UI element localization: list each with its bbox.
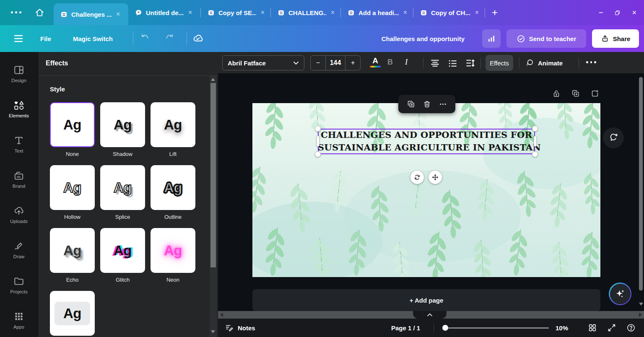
duplicate-icon[interactable] <box>407 100 415 109</box>
text-align-icon[interactable] <box>430 58 440 68</box>
sidebar-item-projects[interactable]: Projects <box>0 267 38 303</box>
effect-style-background[interactable]: Ag <box>50 291 95 337</box>
close-icon[interactable]: × <box>260 9 265 16</box>
effect-style-splice[interactable]: Ag Splice <box>100 165 145 220</box>
svg-text:co.: co. <box>17 175 21 178</box>
scroll-up-icon[interactable] <box>211 78 215 81</box>
font-size-decrease-button[interactable]: − <box>311 56 326 70</box>
tab-challenges[interactable]: Challenges ... × <box>54 3 128 25</box>
minimize-icon[interactable]: − <box>599 9 603 16</box>
add-comment-button[interactable] <box>603 127 624 148</box>
tab-overflow-icon[interactable] <box>11 11 21 13</box>
timeline-pull-tab[interactable] <box>413 311 447 319</box>
magic-switch-menu[interactable]: Magic Switch <box>73 35 113 42</box>
panel-scrollbar-thumb[interactable] <box>210 83 216 267</box>
page-indicator[interactable]: Page 1 / 1 <box>391 319 420 337</box>
rotate-handle[interactable] <box>410 171 424 184</box>
canva-assistant-button[interactable] <box>609 283 631 305</box>
resize-handle-bottom-right[interactable] <box>532 151 538 157</box>
resize-handle-left[interactable] <box>317 136 319 147</box>
effects-button[interactable]: Effects <box>486 55 513 71</box>
tab-challeng[interactable]: CHALLENG... × <box>271 0 340 25</box>
restore-icon[interactable] <box>614 9 621 16</box>
delete-icon[interactable] <box>423 100 431 109</box>
animate-button[interactable]: Animate <box>525 55 563 71</box>
effect-style-outline[interactable]: Ag Outline <box>151 165 195 220</box>
scroll-down-icon[interactable] <box>639 303 643 306</box>
resize-handle-right[interactable] <box>534 136 537 147</box>
sidebar-item-elements[interactable]: Elements <box>0 91 38 127</box>
effect-style-lift[interactable]: Ag Lift <box>151 102 195 157</box>
font-size-increase-button[interactable]: + <box>345 56 360 70</box>
horizontal-scrollbar[interactable] <box>218 311 644 319</box>
sidebar-item-text[interactable]: Text <box>0 127 38 162</box>
scroll-left-icon[interactable] <box>220 313 223 317</box>
effect-style-echo[interactable]: Ag Echo <box>50 228 95 283</box>
italic-button[interactable]: I <box>405 57 408 67</box>
effect-style-hollow[interactable]: Ag Hollow <box>50 165 95 220</box>
tab-label: Challenges ... <box>71 11 112 18</box>
undo-icon[interactable] <box>140 33 151 44</box>
tab-label: CHALLENG... <box>288 9 326 16</box>
cloud-save-status-icon[interactable] <box>192 33 204 44</box>
more-options-icon[interactable] <box>439 100 447 109</box>
bold-button[interactable]: B <box>387 58 393 67</box>
line-spacing-icon[interactable] <box>465 58 475 68</box>
fullscreen-icon[interactable] <box>607 323 616 332</box>
text-color-button[interactable]: A <box>370 57 381 67</box>
close-icon[interactable]: × <box>115 10 121 18</box>
sidebar-item-brand[interactable]: co. Brand <box>0 162 38 197</box>
bulleted-list-icon[interactable] <box>447 58 458 68</box>
sidebar-item-draw[interactable]: Draw <box>0 232 38 267</box>
document-title[interactable]: Challenges and opportunity <box>382 35 465 42</box>
close-icon[interactable]: × <box>330 9 335 16</box>
effect-style-none[interactable]: Ag None <box>50 102 95 157</box>
presentation-icon <box>278 9 285 16</box>
grid-view-icon[interactable] <box>588 323 597 332</box>
sidebar-item-design[interactable]: Design <box>0 56 38 91</box>
add-page-button[interactable]: + Add page <box>252 289 600 311</box>
sidebar-item-apps[interactable]: Apps <box>0 303 38 337</box>
scroll-right-icon[interactable] <box>639 313 642 317</box>
tab-copy-of-ch[interactable]: Copy of CH... × <box>413 0 485 25</box>
home-icon[interactable] <box>34 7 45 18</box>
resize-handle-top-left[interactable] <box>315 126 321 132</box>
toolbar-divider <box>519 57 519 68</box>
tab-add-a-heading[interactable]: Add a headi... × <box>341 0 413 25</box>
effect-style-glitch[interactable]: Ag Glitch <box>100 228 145 283</box>
share-button[interactable]: Share <box>592 29 639 48</box>
effect-style-shadow[interactable]: Ag Shadow <box>100 102 145 157</box>
hamburger-menu-icon[interactable] <box>13 34 23 43</box>
close-window-icon[interactable]: × <box>632 9 636 16</box>
redo-icon[interactable] <box>164 33 174 44</box>
notes-button[interactable]: Notes <box>225 319 255 337</box>
help-icon[interactable] <box>626 323 636 332</box>
duplicate-page-icon[interactable] <box>571 89 580 98</box>
move-handle[interactable] <box>428 171 442 184</box>
send-to-teacher-button[interactable]: Send to teacher <box>506 29 586 48</box>
font-family-selector[interactable]: Abril Fatface <box>222 55 304 70</box>
sidebar-item-uploads[interactable]: Uploads <box>0 197 38 232</box>
effect-style-neon[interactable]: Ag Neon <box>151 228 195 283</box>
zoom-level[interactable]: 10% <box>556 319 568 337</box>
new-tab-button[interactable]: + <box>485 7 504 18</box>
vertical-scrollbar-thumb[interactable] <box>639 77 643 290</box>
zoom-slider-track[interactable] <box>445 327 549 329</box>
close-icon[interactable]: × <box>474 9 480 16</box>
tab-untitled-design[interactable]: Untitled de... × <box>128 0 200 25</box>
tab-copy-of-se[interactable]: Copy of SE... × <box>201 0 270 25</box>
file-menu[interactable]: File <box>40 35 51 42</box>
insights-button[interactable] <box>482 29 501 48</box>
text-selection-box[interactable] <box>318 129 535 154</box>
font-size-value[interactable]: 144 <box>326 56 345 70</box>
resize-handle-top-right[interactable] <box>532 126 538 132</box>
close-icon[interactable]: × <box>402 9 408 16</box>
add-page-icon[interactable] <box>590 89 600 98</box>
more-options-icon[interactable] <box>586 61 596 63</box>
scroll-down-icon[interactable] <box>211 330 215 333</box>
resize-handle-bottom-left[interactable] <box>315 151 321 157</box>
toolbar-divider <box>579 57 579 68</box>
zoom-slider-handle[interactable] <box>442 325 448 331</box>
lock-icon[interactable] <box>552 89 561 98</box>
close-icon[interactable]: × <box>187 9 193 16</box>
